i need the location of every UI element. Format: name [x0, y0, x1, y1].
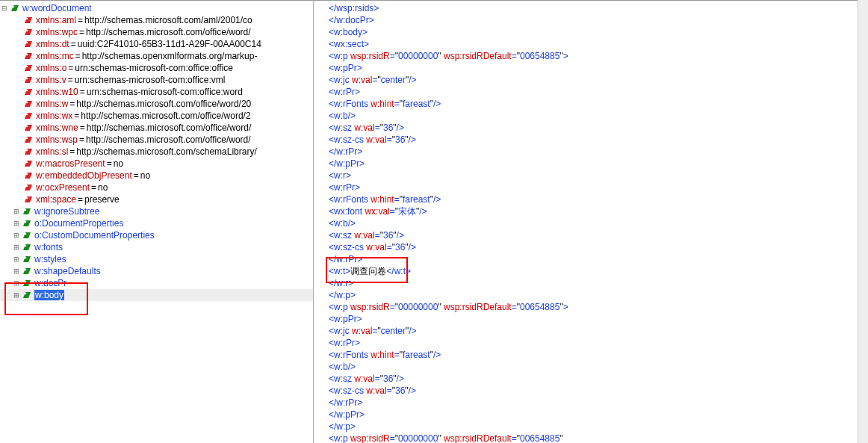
tree-attr-node[interactable]: xmlns:aml = http://schemas.microsoft.com… — [0, 14, 313, 26]
svg-marker-20 — [25, 125, 32, 131]
svg-marker-38 — [23, 232, 31, 238]
code-line[interactable]: </w:rPr> — [329, 397, 868, 409]
code-line[interactable]: </w:p> — [329, 289, 868, 301]
code-line[interactable]: <wx:font wx:val="宋体"/> — [329, 205, 868, 217]
expand-plus-icon[interactable]: ⊞ — [12, 291, 21, 299]
attr-name: xmlns:w10 — [36, 87, 78, 97]
code-line[interactable]: </w:rPr> — [329, 253, 868, 265]
attribute-icon — [22, 170, 34, 181]
code-line[interactable]: <w:b/> — [329, 217, 868, 229]
code-line[interactable]: <w:pPr> — [329, 313, 868, 325]
expand-minus-icon[interactable]: ⊟ — [0, 4, 9, 12]
attr-name: w:ocxPresent — [36, 182, 90, 193]
svg-point-27 — [26, 161, 28, 164]
svg-point-1 — [13, 6, 15, 8]
tree-element-node[interactable]: ⊞w:body — [0, 289, 313, 301]
expand-plus-icon[interactable]: ⊞ — [12, 220, 21, 227]
code-line[interactable]: </w:docPr> — [329, 14, 868, 26]
element-icon — [21, 254, 33, 264]
tree-attr-node[interactable]: xmlns:mc = http://schemas.openxmlformats… — [0, 50, 313, 62]
code-line[interactable]: </w:pPr> — [329, 409, 868, 421]
tree-attr-node[interactable]: xmlns:v = urn:schemas-microsoft-com:offi… — [0, 74, 313, 86]
code-line[interactable]: <w:rFonts w:hint="fareast"/> — [329, 98, 868, 110]
attribute-icon — [22, 146, 34, 157]
code-line[interactable]: <w:sz w:val="36"/> — [329, 122, 868, 134]
attr-name: w:macrosPresent — [36, 158, 105, 169]
tree-element-node[interactable]: ⊞w:styles — [0, 253, 313, 265]
code-line[interactable]: <w:rPr> — [329, 182, 868, 193]
tree-attr-node[interactable]: w:ocxPresent = no — [0, 182, 313, 193]
code-line[interactable]: <w:sz w:val="36"/> — [329, 373, 868, 385]
code-line[interactable]: <w:rPr> — [329, 337, 868, 349]
tree-attr-node[interactable]: xmlns:dt = uuid:C2F41010-65B3-11d1-A29F-… — [0, 38, 313, 50]
code-line[interactable]: </wsp:rsids> — [329, 2, 868, 14]
outline-tree-pane[interactable]: ⊟ w:wordDocument xmlns:aml = http://sche… — [0, 1, 314, 443]
code-line[interactable]: </w:pPr> — [329, 158, 868, 170]
attribute-icon — [22, 99, 34, 109]
tree-root-node[interactable]: ⊟ w:wordDocument — [0, 2, 313, 14]
tree-attr-node[interactable]: xmlns:wsp = http://schemas.microsoft.com… — [0, 134, 313, 146]
code-line[interactable]: <w:p wsp:rsidR="00000000" wsp:rsidRDefau… — [329, 301, 868, 313]
tree-element-node[interactable]: ⊞w:fonts — [0, 241, 313, 253]
attr-value: preserve — [84, 194, 120, 205]
expand-plus-icon[interactable]: ⊞ — [12, 232, 21, 239]
code-line[interactable]: <w:rFonts w:hint="fareast"/> — [329, 193, 868, 205]
svg-point-3 — [26, 18, 28, 20]
svg-point-9 — [26, 54, 28, 56]
code-line[interactable]: <w:jc w:val="center"/> — [329, 74, 868, 86]
svg-point-33 — [26, 197, 28, 199]
code-line[interactable]: <w:rPr> — [329, 86, 868, 98]
tree-attr-node[interactable]: xmlns:wx = http://schemas.microsoft.com/… — [0, 110, 313, 122]
expand-plus-icon[interactable]: ⊞ — [12, 255, 21, 263]
attr-value: http://schemas.microsoft.com/aml/2001/co — [84, 15, 252, 25]
code-line[interactable]: <w:body> — [329, 26, 868, 38]
svg-marker-30 — [25, 185, 32, 190]
code-line[interactable]: <w:b/> — [329, 361, 868, 373]
code-line[interactable]: </w:r> — [329, 277, 868, 289]
code-line[interactable]: </w:p> — [329, 421, 868, 433]
code-line[interactable]: <w:sz w:val="36"/> — [329, 229, 868, 241]
vertical-scrollbar[interactable] — [858, 0, 868, 443]
tree-attr-node[interactable]: xmlns:wne = http://schemas.microsoft.com… — [0, 122, 313, 134]
code-line[interactable]: </w:rPr> — [329, 146, 868, 158]
svg-marker-44 — [23, 268, 31, 274]
code-line[interactable]: <w:p wsp:rsidR="00000000" wsp:rsidRDefau… — [329, 433, 868, 443]
tree-element-node[interactable]: ⊞w:shapeDefaults — [0, 265, 313, 277]
code-line[interactable]: <w:jc w:val="center"/> — [329, 325, 868, 337]
attribute-icon — [22, 87, 34, 97]
tree-attr-node[interactable]: xmlns:sl = http://schemas.microsoft.com/… — [0, 146, 313, 158]
tree-attr-node[interactable]: xmlns:w = http://schemas.microsoft.com/o… — [0, 98, 313, 110]
code-line[interactable]: <w:pPr> — [329, 62, 868, 74]
code-line[interactable]: <wx:sect> — [329, 38, 868, 50]
tree-attr-node[interactable]: xml:space = preserve — [0, 193, 313, 205]
code-line[interactable]: <w:p wsp:rsidR="00000000" wsp:rsidRDefau… — [329, 50, 868, 62]
svg-point-31 — [26, 185, 28, 188]
code-line[interactable]: <w:sz-cs w:val="36"/> — [329, 385, 868, 397]
code-line[interactable]: <w:r> — [329, 170, 868, 182]
node-label: w:shapeDefaults — [34, 266, 101, 276]
tree-attr-node[interactable]: w:macrosPresent = no — [0, 158, 313, 170]
tree-attr-node[interactable]: xmlns:w10 = urn:schemas-microsoft-com:of… — [0, 86, 313, 98]
attr-value: http://schemas.microsoft.com/office/word… — [76, 99, 251, 109]
code-line[interactable]: <w:sz-cs w:val="36"/> — [329, 241, 868, 253]
tree-element-node[interactable]: ⊞w:ignoreSubtree — [0, 205, 313, 217]
code-line[interactable]: <w:b/> — [329, 110, 868, 122]
tree-element-node[interactable]: ⊞w:docPr — [0, 277, 313, 289]
expand-plus-icon[interactable]: ⊞ — [12, 279, 21, 287]
tree-element-node[interactable]: ⊞o:CustomDocumentProperties — [0, 229, 313, 241]
svg-marker-16 — [25, 101, 32, 107]
svg-point-25 — [26, 149, 28, 152]
code-line[interactable]: <w:t>调查问卷</w:t> — [329, 265, 868, 277]
code-line[interactable]: <w:rFonts w:hint="fareast"/> — [329, 349, 868, 361]
attr-name: xmlns:sl — [36, 146, 68, 157]
element-icon — [21, 266, 33, 276]
code-line[interactable]: <w:sz-cs w:val="36"/> — [329, 134, 868, 146]
xml-source-pane[interactable]: </wsp:rsids></w:docPr><w:body><wx:sect><… — [314, 1, 868, 443]
tree-element-node[interactable]: ⊞o:DocumentProperties — [0, 217, 313, 229]
expand-plus-icon[interactable]: ⊞ — [12, 208, 21, 215]
expand-plus-icon[interactable]: ⊞ — [12, 267, 21, 275]
tree-attr-node[interactable]: xmlns:wpc = http://schemas.microsoft.com… — [0, 26, 313, 38]
expand-plus-icon[interactable]: ⊞ — [12, 244, 21, 251]
tree-attr-node[interactable]: xmlns:o = urn:schemas-microsoft-com:offi… — [0, 62, 313, 74]
tree-attr-node[interactable]: w:embeddedObjPresent = no — [0, 170, 313, 182]
